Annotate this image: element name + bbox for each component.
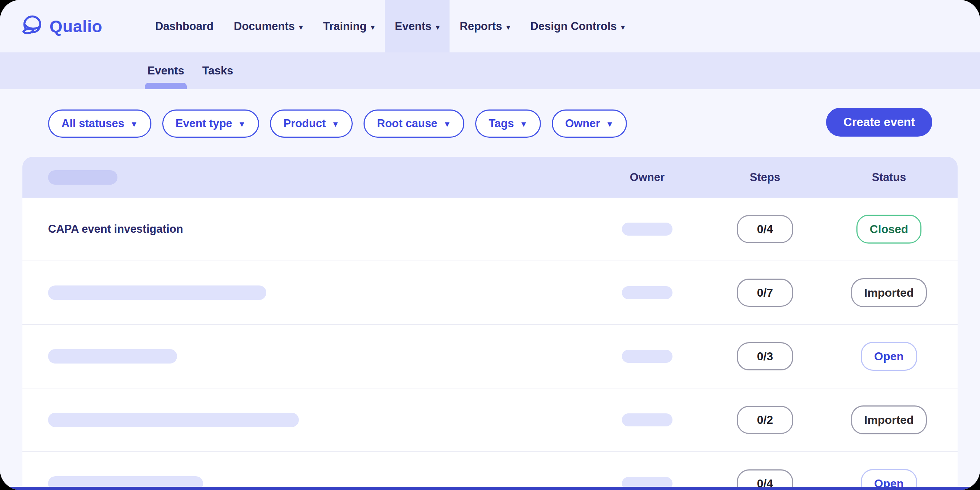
filter-event-type[interactable]: Event type ▼ — [162, 110, 259, 138]
steps-badge: 0/2 — [737, 406, 793, 434]
table-row[interactable]: CAPA event investigation 0/4 Closed — [22, 198, 958, 261]
title-skeleton — [48, 285, 266, 300]
qualio-logo-icon — [20, 14, 44, 39]
nav-item-design-controls[interactable]: Design Controls ▾ — [520, 0, 635, 52]
column-header-status: Status — [820, 171, 958, 184]
nav-label: Design Controls — [530, 20, 616, 33]
table-row[interactable]: 0/7 Imported — [22, 261, 958, 324]
chevron-down-icon: ▾ — [299, 24, 303, 31]
status-badge: Closed — [856, 215, 922, 243]
nav-label: Events — [395, 20, 432, 33]
chevron-down-icon: ▼ — [331, 120, 339, 128]
top-nav: Qualio Dashboard Documents ▾ Training ▾ … — [0, 0, 980, 52]
filter-product[interactable]: Product ▼ — [270, 110, 353, 138]
title-skeleton — [48, 349, 177, 364]
event-title-link[interactable]: CAPA event investigation — [48, 223, 183, 235]
status-badge: Open — [861, 342, 917, 371]
tab-label: Events — [148, 64, 184, 77]
qualio-logo[interactable]: Qualio — [20, 14, 102, 39]
chevron-down-icon: ▾ — [436, 24, 439, 31]
column-header-owner: Owner — [585, 171, 710, 184]
tab-events[interactable]: Events — [147, 52, 185, 89]
main-menu: Dashboard Documents ▾ Training ▾ Events … — [145, 0, 635, 52]
chevron-down-icon: ▼ — [443, 120, 451, 128]
active-tab-indicator — [145, 83, 187, 89]
nav-label: Dashboard — [155, 20, 213, 33]
filter-owner[interactable]: Owner ▼ — [552, 110, 627, 138]
owner-skeleton — [622, 414, 673, 426]
owner-skeleton — [622, 286, 673, 299]
filter-root-cause[interactable]: Root cause ▼ — [364, 110, 465, 138]
table-header: Owner Steps Status — [22, 157, 958, 198]
chevron-down-icon: ▼ — [130, 120, 138, 128]
nav-item-reports[interactable]: Reports ▾ — [450, 0, 520, 52]
table-row[interactable]: 0/2 Imported — [22, 388, 958, 451]
tab-tasks[interactable]: Tasks — [202, 52, 234, 89]
chevron-down-icon: ▼ — [520, 120, 528, 128]
filter-all-statuses[interactable]: All statuses ▼ — [48, 110, 151, 138]
header-skeleton — [48, 170, 118, 185]
filter-label: All statuses — [61, 117, 124, 130]
table-row[interactable]: 0/4 Open — [22, 451, 958, 490]
chevron-down-icon: ▼ — [238, 120, 246, 128]
owner-skeleton — [622, 223, 673, 235]
filter-tags[interactable]: Tags ▼ — [475, 110, 541, 138]
chevron-down-icon: ▾ — [621, 24, 625, 31]
bottom-bar — [0, 487, 980, 490]
filter-label: Root cause — [377, 117, 437, 130]
nav-item-training[interactable]: Training ▾ — [313, 0, 385, 52]
sub-nav: Events Tasks — [0, 52, 980, 89]
nav-item-events[interactable]: Events ▾ — [385, 0, 450, 52]
nav-item-documents[interactable]: Documents ▾ — [224, 0, 313, 52]
steps-badge: 0/7 — [737, 278, 793, 307]
table-row[interactable]: 0/3 Open — [22, 324, 958, 388]
create-event-button[interactable]: Create event — [826, 108, 932, 137]
title-skeleton — [48, 413, 299, 427]
nav-label: Training — [323, 20, 367, 33]
filter-label: Product — [283, 117, 326, 130]
steps-badge: 0/4 — [737, 215, 793, 243]
chevron-down-icon: ▾ — [506, 24, 510, 31]
filter-bar: All statuses ▼ Event type ▼ Product ▼ Ro… — [48, 110, 627, 138]
brand-name: Qualio — [49, 17, 102, 36]
chevron-down-icon: ▾ — [371, 24, 374, 31]
status-badge: Imported — [851, 278, 927, 307]
nav-label: Reports — [460, 20, 502, 33]
owner-skeleton — [622, 350, 673, 363]
nav-item-dashboard[interactable]: Dashboard — [145, 0, 224, 52]
tab-label: Tasks — [202, 64, 234, 77]
nav-label: Documents — [234, 20, 295, 33]
events-table: Owner Steps Status CAPA event investigat… — [22, 157, 958, 490]
chevron-down-icon: ▼ — [606, 120, 614, 128]
filter-label: Tags — [488, 117, 514, 130]
filter-label: Event type — [176, 117, 232, 130]
column-header-steps: Steps — [710, 171, 820, 184]
status-badge: Imported — [851, 406, 927, 434]
filter-label: Owner — [565, 117, 600, 130]
app-window: Qualio Dashboard Documents ▾ Training ▾ … — [0, 0, 980, 490]
steps-badge: 0/3 — [737, 342, 793, 371]
